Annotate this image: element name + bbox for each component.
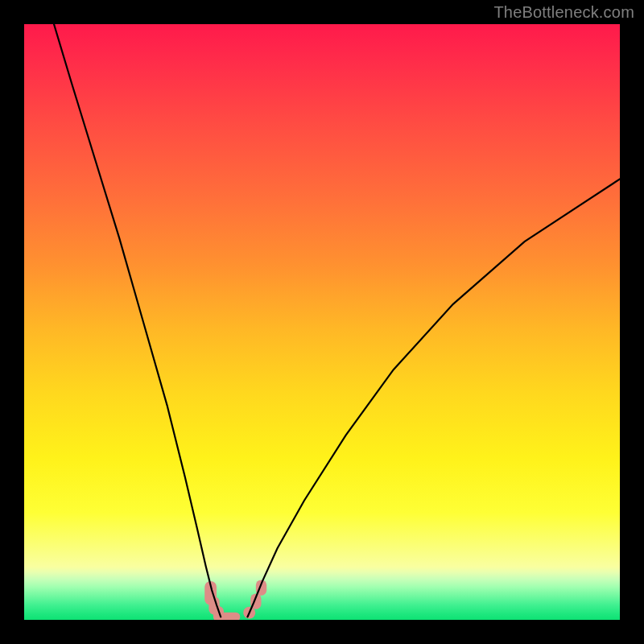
plot-area bbox=[24, 24, 620, 620]
left-curve bbox=[54, 24, 221, 617]
watermark-text: TheBottleneck.com bbox=[493, 3, 634, 22]
floor-marker-group bbox=[204, 580, 266, 620]
curves-layer bbox=[24, 24, 620, 620]
chart-frame: TheBottleneck.com bbox=[0, 0, 644, 644]
floor-marker bbox=[213, 613, 240, 620]
right-curve bbox=[248, 179, 621, 617]
